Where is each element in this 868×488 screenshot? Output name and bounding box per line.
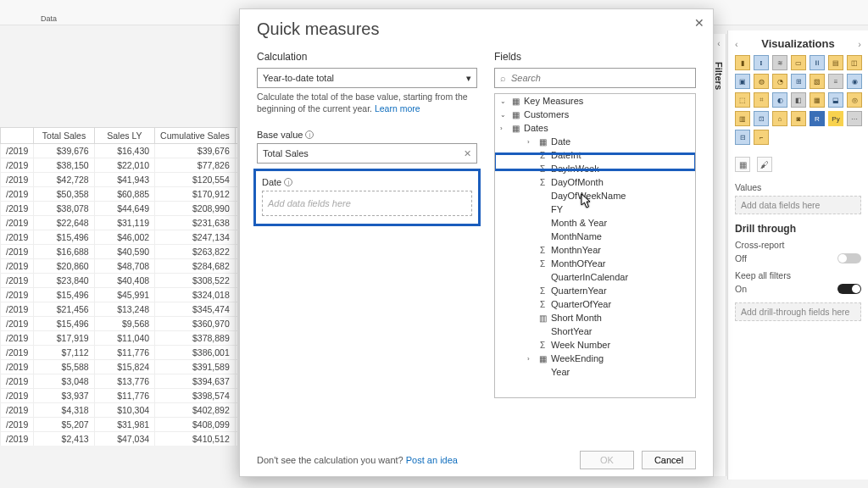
chevron-left-icon[interactable]: ‹ xyxy=(735,39,738,49)
chevron-right-icon[interactable]: › xyxy=(858,39,861,49)
table-row[interactable]: /2019$20,860$48,708$284,682 xyxy=(1,259,238,274)
viz-type-icon[interactable]: ≡ xyxy=(828,74,843,89)
viz-type-icon[interactable]: ◎ xyxy=(847,92,862,108)
viz-type-icon[interactable]: ▮ xyxy=(735,55,750,70)
tree-field[interactable]: ΣMonthOfYear xyxy=(495,257,695,270)
table-row[interactable]: /2019$3,937$11,776$398,574 xyxy=(1,389,238,403)
table-row[interactable]: /2019$3,048$13,776$394,637 xyxy=(1,374,238,389)
viz-type-icon[interactable]: ⫿ xyxy=(754,55,769,70)
tree-field[interactable]: ›▦WeekEnding xyxy=(495,352,695,365)
values-drop[interactable]: Add data fields here xyxy=(735,196,861,214)
viz-type-icon[interactable]: ⫼ xyxy=(810,55,825,70)
clear-icon[interactable]: ✕ xyxy=(464,148,471,159)
viz-type-icon[interactable]: ⌐ xyxy=(754,130,769,145)
drill-through-drop[interactable]: Add drill-through fields here xyxy=(735,302,861,321)
tree-field[interactable]: ΣDateInt xyxy=(495,148,695,162)
viz-type-icon[interactable]: ⬚ xyxy=(735,92,750,108)
tree-field[interactable]: MonthName xyxy=(495,230,695,243)
cross-report-toggle[interactable] xyxy=(837,253,861,263)
viz-type-icon[interactable]: ▧ xyxy=(810,74,825,89)
viz-type-icon[interactable]: ▤ xyxy=(828,55,843,70)
post-idea-link[interactable]: Post an idea xyxy=(406,455,458,465)
viz-type-icon[interactable]: ◍ xyxy=(754,74,769,89)
tree-field[interactable]: QuarterInCalendar xyxy=(495,270,695,284)
table-row[interactable]: /2019$23,840$40,408$308,522 xyxy=(1,274,238,288)
tree-field[interactable]: ShortYear xyxy=(495,324,695,338)
base-value-label: Base valuei xyxy=(257,130,477,140)
table-row[interactable]: /2019$2,413$47,034$410,512 xyxy=(1,432,238,446)
viz-type-icon[interactable]: ⊡ xyxy=(754,111,769,126)
viz-type-icon[interactable]: ▣ xyxy=(735,74,750,89)
viz-type-icon[interactable]: ⋯ xyxy=(847,111,862,126)
viz-type-icon[interactable]: ⊞ xyxy=(791,74,806,89)
tree-field[interactable]: ΣDayOfMonth xyxy=(495,175,695,189)
viz-type-icon[interactable]: ◫ xyxy=(847,55,862,70)
learn-more-link[interactable]: Learn more xyxy=(375,103,420,114)
viz-type-icon[interactable]: ▭ xyxy=(791,55,806,70)
table-row[interactable]: /2019$5,207$31,981$408,099 xyxy=(1,418,238,432)
table-row[interactable]: /2019$17,919$11,040$378,889 xyxy=(1,331,238,346)
viz-type-icon[interactable]: Py xyxy=(828,111,843,126)
viz-type-icon[interactable]: ◧ xyxy=(791,92,806,108)
viz-type-icon[interactable]: ▦ xyxy=(810,92,825,108)
tree-field[interactable]: ›▦Date xyxy=(495,135,695,148)
viz-type-icon[interactable]: ◔ xyxy=(772,74,787,89)
fields-tab-icon[interactable]: ▦ xyxy=(735,157,750,172)
viz-type-icon[interactable]: ◙ xyxy=(791,111,806,126)
table-row[interactable]: /2019$4,318$10,304$402,892 xyxy=(1,403,238,418)
tree-field[interactable]: ▥Short Month xyxy=(495,311,695,324)
table-row[interactable]: /2019$38,078$44,649$208,990 xyxy=(1,202,238,216)
table-row[interactable]: /2019$15,496$9,568$360,970 xyxy=(1,317,238,331)
viz-type-icon[interactable]: ⌗ xyxy=(754,92,769,108)
table-row[interactable]: /2019$15,496$46,002$247,134 xyxy=(1,230,238,245)
table-row[interactable]: /2019$5,588$15,824$391,589 xyxy=(1,360,238,374)
tree-field[interactable]: Month & Year xyxy=(495,216,695,230)
info-icon[interactable]: i xyxy=(284,178,292,186)
tree-table[interactable]: ⌄▦Customers xyxy=(495,108,695,121)
cancel-button[interactable]: Cancel xyxy=(642,451,696,469)
date-drop-target[interactable]: Add data fields here xyxy=(262,191,472,216)
keep-filters-toggle[interactable] xyxy=(837,284,861,294)
calculation-dropdown[interactable]: Year-to-date total ▾ xyxy=(257,68,477,88)
tree-table[interactable]: ›▦Dates xyxy=(495,121,695,135)
table-icon: ▦ xyxy=(510,110,520,119)
tree-field[interactable]: DayOfWeekName xyxy=(495,189,695,202)
viz-type-icon[interactable]: ◉ xyxy=(847,74,862,89)
info-icon[interactable]: i xyxy=(305,130,314,139)
data-table-area: Total SalesSales LYCumulative SalesCumul… xyxy=(0,127,237,446)
table-row[interactable]: /2019$21,456$13,248$345,474 xyxy=(1,302,238,317)
viz-type-icon[interactable]: R xyxy=(810,111,825,126)
table-row[interactable]: /2019$50,358$60,885$170,912 xyxy=(1,187,238,202)
viz-type-icon[interactable]: ⊟ xyxy=(735,130,750,145)
viz-type-icon[interactable]: ▥ xyxy=(735,111,750,126)
tree-field[interactable]: ΣWeek Number xyxy=(495,338,695,352)
fields-search[interactable]: ⌕ xyxy=(494,68,696,88)
viz-type-icon[interactable]: ◐ xyxy=(772,92,787,108)
table-row[interactable]: /2019$16,688$40,590$263,822 xyxy=(1,245,238,259)
table-row[interactable]: /2019$15,496$45,991$324,018 xyxy=(1,288,238,302)
ok-button[interactable]: OK xyxy=(580,451,634,469)
table-row[interactable]: /2019$7,112$11,776$386,001 xyxy=(1,346,238,360)
tree-field[interactable]: FY xyxy=(495,202,695,216)
tree-field[interactable]: ΣQuarterOfYear xyxy=(495,297,695,311)
tree-field[interactable]: ΣDayInWeek xyxy=(495,162,695,175)
tree-field[interactable]: ΣQuarternYear xyxy=(495,284,695,297)
table-row[interactable]: /2019$38,150$22,010$77,826 xyxy=(1,158,238,173)
viz-type-icon[interactable]: ⌂ xyxy=(772,111,787,126)
tree-field[interactable]: ΣMonthnYear xyxy=(495,243,695,257)
table-row[interactable]: /2019$22,648$31,119$231,638 xyxy=(1,216,238,230)
close-icon[interactable]: ✕ xyxy=(691,13,708,33)
fields-tree[interactable]: ⌄▦Key Measures⌄▦Customers›▦Dates›▦DateΣD… xyxy=(494,93,696,398)
viz-type-icon[interactable]: ⬓ xyxy=(828,92,843,108)
base-value-well[interactable]: Total Sales ✕ xyxy=(257,143,477,164)
visualizations-title: Visualizations xyxy=(761,37,834,50)
table-row[interactable]: /2019$39,676$16,430$39,676 xyxy=(1,144,238,158)
tree-field[interactable]: Year xyxy=(495,365,695,379)
table-row[interactable]: /2019$42,728$41,943$120,554 xyxy=(1,173,238,187)
tree-table[interactable]: ⌄▦Key Measures xyxy=(495,94,695,108)
chevron-left-icon: ‹ xyxy=(717,39,720,48)
viz-type-icon[interactable]: ≋ xyxy=(772,55,787,70)
format-tab-icon[interactable]: 🖌 xyxy=(757,157,772,172)
search-input[interactable] xyxy=(511,73,690,83)
field-type-icon: Σ xyxy=(537,259,548,269)
